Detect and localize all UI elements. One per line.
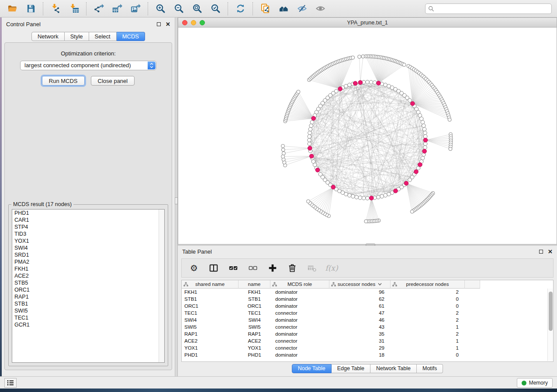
close-panel-icon[interactable]: ✕ (166, 21, 170, 27)
mcds-result-list[interactable]: PHD1CAR1STP4TID3YOX1SWI4SRD1PMA2FKH1ACE2… (12, 209, 165, 363)
mcds-node-item[interactable]: PMA2 (12, 258, 164, 265)
export-network-button[interactable] (93, 3, 104, 14)
cell-role[interactable]: connector (270, 323, 329, 330)
mcds-node-item[interactable]: SRD1 (12, 251, 164, 258)
export-image-button[interactable] (130, 3, 141, 14)
cell-shared_name[interactable]: YOX1 (182, 344, 239, 351)
cell-predecessors[interactable]: 0 (391, 303, 465, 309)
open-file-button[interactable] (7, 3, 18, 14)
mcds-node-item[interactable]: STP4 (12, 224, 164, 230)
mcds-node-item[interactable]: TID3 (12, 230, 164, 237)
mcds-node-item[interactable]: ACE2 (12, 272, 164, 279)
cell-predecessors[interactable]: 1 (391, 344, 465, 351)
table-settings-button[interactable]: ⚙ (189, 263, 199, 273)
cell-name[interactable]: YOX1 (239, 344, 270, 351)
status-list-button[interactable] (4, 378, 17, 388)
mcds-node-item[interactable]: SWI5 (12, 307, 164, 314)
tab-style[interactable]: Style (65, 32, 89, 41)
zoom-selected-button[interactable] (210, 3, 221, 14)
cell-predecessors[interactable]: 0 (391, 296, 465, 303)
scrollbar-thumb[interactable] (549, 292, 553, 331)
cell-successors[interactable]: 18 (329, 351, 391, 358)
show-all-button[interactable] (315, 3, 326, 14)
vertical-splitter[interactable] (175, 17, 178, 376)
cell-shared_name[interactable]: TEC1 (182, 309, 239, 316)
column-header-shared-name[interactable]: shared name (182, 280, 239, 289)
table-row[interactable]: RAP1RAP1dominator352 (182, 330, 547, 337)
deselect-all-button[interactable] (248, 263, 258, 273)
cell-predecessors[interactable]: 2 (391, 330, 465, 337)
cell-shared_name[interactable]: ORC1 (182, 303, 239, 309)
mcds-result-scrollbar[interactable] (159, 210, 164, 362)
cell-name[interactable]: ORC1 (239, 303, 270, 309)
cell-successors[interactable]: 35 (329, 330, 391, 337)
cell-successors[interactable]: 47 (329, 309, 391, 316)
cell-successors[interactable]: 62 (329, 296, 391, 303)
cell-role[interactable]: dominator (270, 296, 329, 303)
cell-role[interactable]: dominator (270, 351, 329, 358)
select-all-button[interactable] (228, 263, 239, 273)
cell-name[interactable]: FKH1 (239, 289, 270, 296)
cell-name[interactable]: PHD1 (239, 351, 270, 358)
cell-predecessors[interactable]: 2 (391, 316, 465, 323)
tab-edge-table[interactable]: Edge Table (332, 364, 370, 373)
tab-select[interactable]: Select (89, 32, 117, 41)
mcds-node-item[interactable]: CAR1 (12, 217, 164, 224)
table-row[interactable]: TEC1TEC1connector472 (182, 309, 547, 316)
cell-shared_name[interactable]: ACE2 (182, 337, 239, 344)
mcds-node-item[interactable]: YOX1 (12, 237, 164, 244)
mcds-node-item[interactable]: RAP1 (12, 293, 164, 300)
cell-successors[interactable]: 43 (329, 323, 391, 330)
tab-motifs[interactable]: Motifs (417, 364, 443, 373)
cell-shared_name[interactable]: SWI5 (182, 323, 239, 330)
search-input[interactable] (425, 3, 552, 14)
network-graph[interactable] (178, 28, 557, 244)
mcds-node-item[interactable]: ORC1 (12, 286, 164, 293)
run-mcds-button[interactable]: Run MCDS (42, 76, 85, 86)
close-panel-icon[interactable]: ✕ (548, 249, 553, 254)
cell-role[interactable]: connector (270, 337, 329, 344)
cell-role[interactable]: dominator (270, 303, 329, 309)
cell-name[interactable]: ACE2 (239, 337, 270, 344)
cell-successors[interactable]: 29 (329, 344, 391, 351)
cell-name[interactable]: SWI4 (239, 316, 270, 323)
network-canvas[interactable] (178, 28, 557, 244)
cell-name[interactable]: SWI5 (239, 323, 270, 330)
mcds-node-item[interactable]: PHD1 (12, 210, 164, 217)
cell-predecessors[interactable]: 1 (391, 337, 465, 344)
mcds-node-item[interactable]: GCR1 (12, 321, 164, 328)
hide-selected-button[interactable] (296, 3, 308, 14)
mcds-node-item[interactable]: STB1 (12, 300, 164, 307)
cell-shared_name[interactable]: SWI4 (182, 316, 239, 323)
close-panel-button[interactable]: Close panel (91, 76, 135, 86)
cell-role[interactable]: dominator (270, 330, 329, 337)
cell-role[interactable]: connector (270, 344, 329, 351)
cell-shared_name[interactable]: PHD1 (182, 351, 239, 358)
cell-shared_name[interactable]: RAP1 (182, 330, 239, 337)
mcds-node-item[interactable]: SWI4 (12, 244, 164, 251)
splitter-grip[interactable] (175, 197, 178, 204)
table-row[interactable]: YOX1YOX1connector291 (182, 344, 547, 351)
float-panel-icon[interactable] (157, 22, 161, 26)
cell-successors[interactable]: 31 (329, 337, 391, 344)
zoom-in-button[interactable] (155, 3, 166, 14)
cell-predecessors[interactable]: 2 (391, 289, 465, 296)
mcds-node-item[interactable]: FKH1 (12, 265, 164, 272)
import-network-button[interactable] (50, 3, 61, 14)
optimization-criterion-dropdown[interactable]: largest connected component (undirected) (20, 61, 156, 70)
mcds-node-item[interactable]: TEC1 (12, 314, 164, 321)
import-table-button[interactable] (68, 3, 80, 14)
add-button[interactable] (267, 263, 278, 273)
column-header-MCDS-role[interactable]: MCDS role (270, 280, 329, 289)
column-header-name[interactable]: name (239, 280, 270, 289)
table-row[interactable]: SWI4SWI4dominator462 (182, 316, 547, 323)
table-row[interactable]: STB1STB1dominator620 (182, 296, 547, 303)
first-neighbors-button[interactable] (278, 3, 289, 14)
cell-predecessors[interactable]: 1 (391, 323, 465, 330)
cell-name[interactable]: STB1 (239, 296, 270, 303)
table-row[interactable]: SWI5SWI5connector431 (182, 323, 547, 330)
cell-role[interactable]: connector (270, 309, 329, 316)
cell-successors[interactable]: 96 (329, 289, 391, 296)
refresh-button[interactable] (235, 3, 246, 14)
zoom-out-button[interactable] (173, 3, 184, 14)
